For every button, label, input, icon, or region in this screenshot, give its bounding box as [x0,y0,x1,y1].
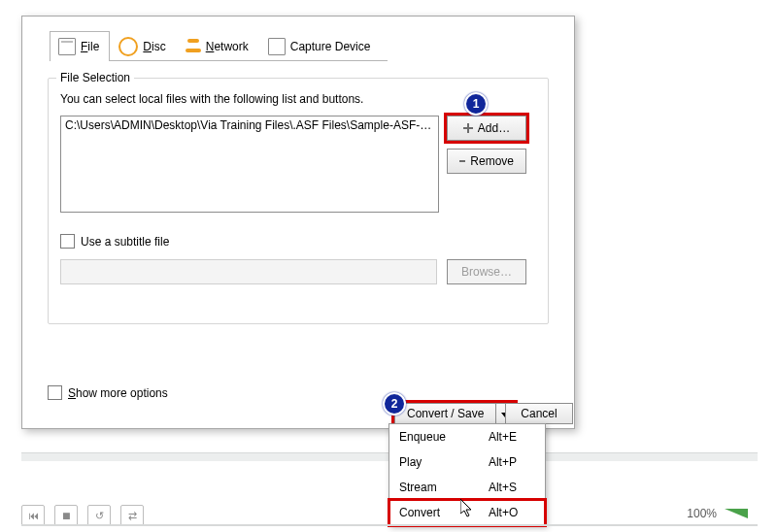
show-more-label: Show more options [68,386,168,400]
tab-capture-label: Capture Device [290,40,371,53]
stop-icon: ⏹ [61,510,72,521]
media-source-tabs: File Disc Network Capture Device [50,30,388,61]
network-icon [186,39,201,54]
minus-icon [459,160,465,162]
convert-save-label: Convert / Save [407,407,484,420]
tab-network[interactable]: Network [177,31,259,61]
volume-percent: 100% [687,507,717,520]
group-title: File Selection [56,71,134,84]
subtitle-checkbox-label: Use a subtitle file [81,235,169,249]
menu-item-convert[interactable]: Convert Alt+O [389,500,545,525]
menu-accel: Alt+E [479,424,545,449]
tab-capture[interactable]: Capture Device [259,31,382,61]
menu-item-stream[interactable]: Stream Alt+S [389,475,545,500]
volume-area[interactable]: 100% [687,507,748,520]
menu-item-enqueue[interactable]: Enqueue Alt+E [389,424,545,449]
loop-button[interactable]: ↺ [87,505,111,526]
convert-save-button[interactable]: Convert / Save [394,403,496,424]
tab-network-label: Network [206,40,249,53]
player-toolbar: ⏮ ⏹ ↺ ⇄ [21,505,144,526]
stop-button[interactable]: ⏹ [54,505,78,526]
plus-icon [463,123,473,133]
menu-label: Stream [399,481,437,494]
checkbox-icon [48,385,62,400]
browse-button: Browse… [447,259,526,284]
browse-button-label: Browse… [461,265,512,279]
add-button-label: Add… [478,121,510,135]
prev-button[interactable]: ⏮ [21,505,45,526]
subtitle-checkbox[interactable]: Use a subtitle file [60,234,169,249]
tab-file[interactable]: File [50,31,110,61]
file-selection-hint: You can select local files with the foll… [60,92,363,106]
shuffle-icon: ⇄ [128,510,137,522]
volume-icon [725,509,748,518]
menu-accel: Alt+S [479,475,545,500]
menu-label: Play [399,455,422,469]
cancel-button-label: Cancel [521,407,557,420]
list-item[interactable]: C:\Users\ADMIN\Desktop\Via Training File… [61,116,438,134]
remove-button[interactable]: Remove [447,149,526,174]
annotation-badge-2: 2 [383,392,406,416]
tab-disc-label: Disc [143,40,165,53]
subtitle-path-input [60,259,437,284]
shuffle-button[interactable]: ⇄ [120,505,144,526]
menu-accel: Alt+P [479,449,545,475]
file-icon [58,38,76,55]
tab-disc[interactable]: Disc [110,31,176,61]
menu-label: Enqueue [399,430,446,444]
tab-file-label: File [81,40,99,53]
cancel-button[interactable]: Cancel [505,403,573,424]
remove-button-label: Remove [470,154,514,168]
file-list[interactable]: C:\Users\ADMIN\Desktop\Via Training File… [60,116,439,213]
menu-accel: Alt+O [479,500,545,525]
open-media-dialog: File Disc Network Capture Device File Se… [21,16,575,429]
menu-item-play[interactable]: Play Alt+P [389,449,545,475]
disc-icon [118,37,138,56]
menu-label: Convert [399,506,440,519]
annotation-badge-1: 1 [464,92,488,116]
show-more-options[interactable]: Show more options [48,385,168,400]
checkbox-icon [60,234,75,249]
add-button[interactable]: Add… [447,116,526,141]
loop-icon: ↺ [95,510,104,522]
convert-save-menu: Enqueue Alt+E Play Alt+P Stream Alt+S Co… [388,423,546,526]
window-bottom-edge [21,524,758,526]
prev-icon: ⏮ [28,510,39,521]
capture-icon [268,38,286,55]
